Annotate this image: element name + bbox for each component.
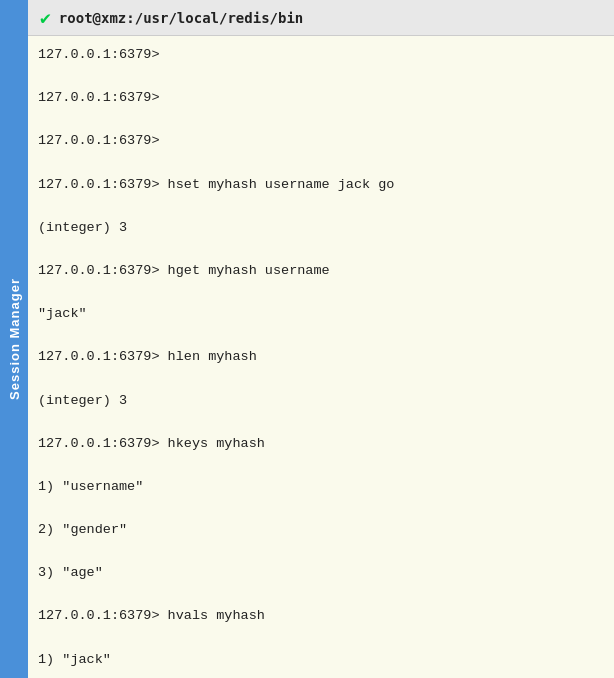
terminal-body[interactable]: 127.0.0.1:6379> 127.0.0.1:6379> 127.0.0.…	[28, 36, 614, 678]
terminal-line: 127.0.0.1:6379> hlen myhash	[38, 346, 604, 368]
terminal-line: (integer) 3	[38, 217, 604, 239]
main-content: ✔ root@xmz:/usr/local/redis/bin 127.0.0.…	[28, 0, 614, 678]
terminal-line: 2) "gender"	[38, 519, 604, 541]
terminal-line: 1) "username"	[38, 476, 604, 498]
checkmark-icon: ✔	[40, 7, 51, 28]
terminal-line: 127.0.0.1:6379> hkeys myhash	[38, 433, 604, 455]
terminal-line: "jack"	[38, 303, 604, 325]
terminal-line: 3) "age"	[38, 562, 604, 584]
session-manager-label: Session Manager	[7, 278, 22, 400]
terminal-line: 127.0.0.1:6379> hset myhash username jac…	[38, 174, 604, 196]
terminal-line: 127.0.0.1:6379>	[38, 87, 604, 109]
title-bar: ✔ root@xmz:/usr/local/redis/bin	[28, 0, 614, 36]
terminal-line: (integer) 3	[38, 390, 604, 412]
terminal-line: 127.0.0.1:6379> hvals myhash	[38, 605, 604, 627]
terminal-line: 127.0.0.1:6379>	[38, 44, 604, 66]
terminal-title: root@xmz:/usr/local/redis/bin	[59, 10, 303, 26]
terminal-line: 127.0.0.1:6379>	[38, 130, 604, 152]
terminal-line: 1) "jack"	[38, 649, 604, 671]
terminal-line: 127.0.0.1:6379> hget myhash username	[38, 260, 604, 282]
session-manager-sidebar: Session Manager	[0, 0, 28, 678]
